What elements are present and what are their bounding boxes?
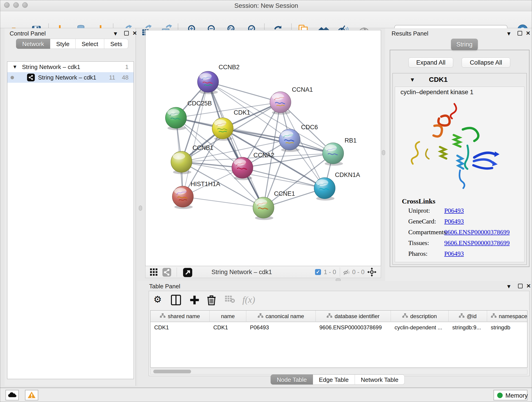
table-cell[interactable]: CDK1 <box>210 322 246 333</box>
crosslink-link[interactable]: P06493 <box>444 207 464 214</box>
collection-expand-icon[interactable]: ▼ <box>12 64 17 70</box>
right-splitter-handle[interactable] <box>382 150 385 155</box>
results-panel-float-icon[interactable]: ▼ <box>506 31 512 36</box>
network-row[interactable]: String Network – cdk1 11 48 <box>7 72 133 83</box>
table-panel-maximize-icon[interactable] <box>518 284 523 288</box>
cloud-status-button[interactable] <box>6 390 19 400</box>
node-label-CCNE1: CCNE1 <box>274 190 295 197</box>
table-cell[interactable]: cyclin-dependent ... <box>391 322 449 333</box>
column-header-shared-name[interactable]: shared name <box>151 311 210 322</box>
scrollbar-thumb[interactable] <box>153 370 191 373</box>
left-splitter-handle[interactable] <box>139 206 142 211</box>
node-label-CCNA2: CCNA2 <box>253 152 274 159</box>
table-type-tabs: Node TableEdge TableNetwork Table <box>271 375 405 385</box>
network-node-RB1[interactable]: RB1 <box>323 137 357 166</box>
control-panel-float-icon[interactable]: ▼ <box>113 31 118 36</box>
crosslink-link[interactable]: P06493 <box>444 250 464 257</box>
network-node-CDC6[interactable]: CDC6 <box>279 124 318 152</box>
grid-view-icon[interactable] <box>150 268 158 277</box>
column-header-label: shared name <box>168 313 200 319</box>
crosslink-row: GeneCard:P06493 <box>395 218 524 229</box>
tab-select[interactable]: Select <box>76 39 104 49</box>
network-node-CCNE1[interactable]: CCNE1 <box>253 190 295 220</box>
table-panel: Table Panel ▼ ✕ ⚙ f(x) shared namenameca… <box>138 281 532 386</box>
table-options-gear-icon[interactable]: ⚙ <box>153 295 162 304</box>
results-panel-maximize-icon[interactable] <box>518 31 522 36</box>
current-network-name: String Network – cdk1 <box>211 269 272 276</box>
add-column-icon[interactable] <box>189 295 200 306</box>
network-canvas[interactable]: CDK1CCNB2CCNA1CDC25BCDC6RB1CCNB1CCNA2CDK… <box>145 30 381 266</box>
tab-node-table[interactable]: Node Table <box>271 375 313 385</box>
table-cell[interactable]: stringdb:9... <box>449 322 487 333</box>
network-collection-row[interactable]: ▼ String Network – cdk1 1 <box>7 62 133 72</box>
column-type-icon <box>258 313 263 319</box>
birdseye-toggle-icon[interactable] <box>367 268 376 278</box>
results-panel-title: Results Panel <box>392 30 428 37</box>
table-cell[interactable]: stringdb <box>487 322 527 333</box>
memory-label: Memory <box>505 392 528 399</box>
network-node-CDKN1A[interactable]: CDKN1A <box>314 172 360 201</box>
delete-column-icon[interactable] <box>207 295 216 307</box>
tab-string[interactable]: String <box>451 39 478 50</box>
expand-all-button[interactable]: Expand All <box>409 57 453 68</box>
table-cell[interactable]: CDK1 <box>151 322 210 333</box>
network-node-HIST1H1A[interactable]: HIST1H1A <box>172 181 220 209</box>
crosslink-label: GeneCard: <box>408 218 436 225</box>
protein-card-header[interactable]: ▼ CDK1 <box>393 73 526 86</box>
tab-network-table[interactable]: Network Table <box>355 375 405 385</box>
network-view-share-icon[interactable] <box>162 268 171 278</box>
show-columns-icon[interactable] <box>171 295 181 306</box>
table-cell[interactable]: 9606.ENSP00000378699 <box>316 322 391 333</box>
protein-structure-image <box>405 100 510 194</box>
crosslink-link[interactable]: P06493 <box>444 218 464 225</box>
node-table: shared namenamecanonical namedatabase id… <box>150 310 527 368</box>
toolbar-divider <box>340 268 340 277</box>
column-header-canonical-name[interactable]: canonical name <box>246 311 316 322</box>
table-panel-close-icon[interactable]: ✕ <box>526 283 531 289</box>
column-type-icon <box>327 313 332 319</box>
column-header-label: @id <box>467 313 476 319</box>
main-toolbar: ? <box>0 11 532 28</box>
column-header-namespace[interactable]: namespace <box>487 311 527 322</box>
table-panel-float-icon[interactable]: ▼ <box>506 284 512 289</box>
column-header-description[interactable]: description <box>391 311 449 322</box>
table-row[interactable]: CDK1CDK1P064939606.ENSP00000378699cyclin… <box>151 322 527 333</box>
network-current-dot <box>11 76 14 79</box>
crosslink-link[interactable]: 9606.ENSP00000378699 <box>444 239 510 247</box>
node-label-CCNB1: CCNB1 <box>192 144 214 151</box>
control-panel-maximize-icon[interactable] <box>124 31 129 36</box>
detach-view-icon[interactable] <box>183 268 192 278</box>
collection-label: String Network – cdk1 <box>22 64 80 70</box>
delete-table-icon <box>225 295 235 304</box>
control-panel-close-icon[interactable]: ✕ <box>133 31 137 36</box>
selected-indicator-checkbox[interactable]: ✓ <box>315 269 321 275</box>
column-header-name[interactable]: name <box>210 311 246 322</box>
collapse-all-button[interactable]: Collapse All <box>462 57 510 68</box>
table-horizontal-scrollbar[interactable] <box>150 369 527 375</box>
warnings-button[interactable] <box>25 390 38 400</box>
protein-card-body: cyclin–dependent kinase 1 <box>395 87 525 262</box>
network-node-CCNA1[interactable]: CCNA1 <box>270 86 313 115</box>
node-label-HIST1H1A: HIST1H1A <box>191 181 220 187</box>
protein-description: cyclin–dependent kinase 1 <box>400 89 473 96</box>
table-header-row: shared namenamecanonical namedatabase id… <box>151 311 527 322</box>
toolbar-divider <box>177 268 177 277</box>
tab-style[interactable]: Style <box>50 39 76 49</box>
tab-edge-table[interactable]: Edge Table <box>313 375 355 385</box>
network-node-CDC25B[interactable]: CDC25B <box>165 100 212 130</box>
results-panel-close-icon[interactable]: ✕ <box>526 31 530 36</box>
column-header-database-identifier[interactable]: database identifier <box>316 311 391 322</box>
crosslink-row: Pharos:P06493 <box>395 250 524 261</box>
crosslink-link[interactable]: 9606.ENSP00000378699 <box>444 229 510 236</box>
table-cell[interactable]: P06493 <box>246 322 316 333</box>
tab-network[interactable]: Network <box>16 39 50 49</box>
column-header-@id[interactable]: @id <box>449 311 487 322</box>
tab-sets[interactable]: Sets <box>104 39 128 49</box>
control-panel: Control Panel ▼ ✕ NetworkStyleSelectSets… <box>5 28 136 386</box>
selected-counts: 1 - 0 <box>324 269 336 276</box>
protein-card-collapse-icon[interactable]: ▼ <box>410 77 415 83</box>
string-results-container: Expand All Collapse All ▼ CDK1 cyclin–de… <box>390 50 530 267</box>
cloud-icon <box>7 392 17 398</box>
network-graph[interactable]: CDK1CCNB2CCNA1CDC25BCDC6RB1CCNB1CCNA2CDK… <box>146 30 381 266</box>
memory-button[interactable]: Memory <box>494 390 527 400</box>
